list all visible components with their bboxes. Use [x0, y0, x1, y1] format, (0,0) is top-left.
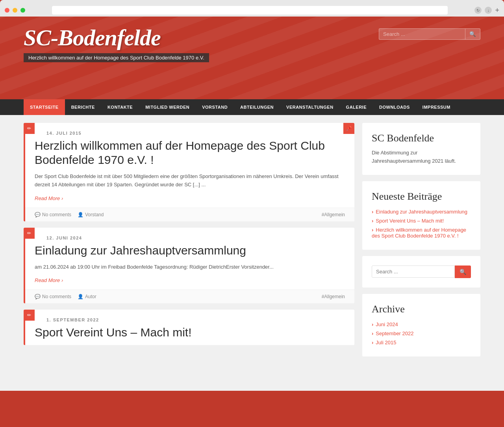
nav-link-downloads[interactable]: DOWNLOADS [373, 99, 416, 115]
site-subtitle: Herzlich willkommen auf der Homepage des… [24, 53, 209, 62]
post-title-1: Einladung zur Jahreshauptversammlung [35, 243, 345, 258]
post-author-link-1[interactable]: Autor [85, 294, 96, 299]
widget-content-0: Die Abstimmung zur Jahreshauptversammlun… [372, 149, 471, 165]
recent-post-item-1: Sport Vereint Uns – Mach mit! [372, 216, 471, 225]
archive-list: Juni 2024September 2022Juli 2015 [372, 320, 471, 347]
post-edit-button-0[interactable]: ✏ [24, 123, 35, 134]
browser-chrome: ↻ ↓ + [0, 0, 504, 17]
archive-link-0[interactable]: Juni 2024 [376, 321, 398, 327]
sidebar-widget-text-0: SC Bodenfelde Die Abstimmung zur Jahresh… [362, 123, 480, 175]
post-category-0: #Allgemein [322, 212, 345, 217]
archive-link-1[interactable]: September 2022 [376, 330, 413, 336]
nav-item-downloads: DOWNLOADS [373, 99, 416, 115]
post-card-0: ✏ 📌 14. JULI 2015 Herzlich willkommen au… [24, 123, 354, 221]
post-card-1: ✏ 12. JUNI 2024 Einladung zur Jahreshaup… [24, 228, 354, 304]
post-card-2: ✏ 1. SEPTEMBER 2022 Sport Vereint Uns – … [24, 310, 354, 345]
widget-title-3: Archive [372, 303, 471, 315]
nav-item-abteilungen: ABTEILUNGEN [234, 99, 280, 115]
browser-close-dot[interactable] [5, 8, 9, 13]
post-author-link-0[interactable]: Vorstand [85, 212, 104, 217]
recent-post-link-2[interactable]: Herzlich willkommen auf der Homepage des… [372, 227, 466, 239]
sidebar-search-area: 🔍 [372, 265, 471, 278]
nav-item-startseite: STARTSEITE [24, 99, 65, 115]
post-title-2: Sport Vereint Uns – Mach mit! [35, 325, 345, 340]
recent-posts-list: Einladung zur JahreshauptversammlungSpor… [372, 207, 471, 240]
content-area: ✏ 📌 14. JULI 2015 Herzlich willkommen au… [24, 123, 354, 383]
read-more-link-1[interactable]: Read More › [35, 277, 63, 283]
header-search-button[interactable]: 🔍 [465, 28, 480, 40]
sidebar-search-input[interactable] [372, 265, 455, 278]
sidebar-search-button[interactable]: 🔍 [455, 265, 471, 278]
post-author-1: 👤 Autor [78, 294, 96, 299]
post-comments-link-1[interactable]: No comments [42, 294, 71, 299]
post-edit-button-2[interactable]: ✏ [24, 310, 35, 321]
recent-post-link-1[interactable]: Sport Vereint Uns – Mach mit! [376, 218, 444, 224]
post-pin-button-0[interactable]: 📌 [343, 123, 354, 134]
nav-link-kontakte[interactable]: KONTAKTE [101, 99, 139, 115]
post-date-1: 12. JUNI 2024 [35, 236, 345, 240]
post-comments-1: 💬 No comments [35, 294, 71, 299]
post-meta-left-0: 💬 No comments 👤 Vorstand [35, 212, 104, 217]
archive-item-0: Juni 2024 [372, 320, 471, 329]
nav-link-startseite[interactable]: STARTSEITE [24, 99, 65, 115]
post-comments-0: 💬 No comments [35, 212, 71, 217]
browser-add-tab-icon[interactable]: + [495, 6, 499, 15]
main-container: ✏ 📌 14. JULI 2015 Herzlich willkommen au… [0, 115, 504, 391]
browser-minimize-dot[interactable] [13, 8, 17, 13]
browser-addressbar[interactable] [52, 6, 448, 15]
recent-post-link-0[interactable]: Einladung zur Jahreshauptversammlung [376, 209, 467, 215]
browser-download-icon[interactable]: ↓ [485, 7, 492, 14]
post-footer-0: 💬 No comments 👤 Vorstand #Allgemein [25, 208, 354, 221]
nav-link-impressum[interactable]: IMPRESSUM [416, 99, 457, 115]
nav-link-veranstaltungen[interactable]: VERANSTALTUNGEN [280, 99, 340, 115]
nav-link-galerie[interactable]: GALERIE [340, 99, 373, 115]
nav-link-abteilungen[interactable]: ABTEILUNGEN [234, 99, 280, 115]
nav-item-galerie: GALERIE [340, 99, 373, 115]
main-nav: STARTSEITEBERICHTEKONTAKTEMITGLIED WERDE… [0, 99, 504, 115]
post-date-2: 1. SEPTEMBER 2022 [35, 317, 345, 322]
archive-link-2[interactable]: Juli 2015 [376, 340, 396, 345]
nav-link-vorstand[interactable]: VORSTAND [196, 99, 234, 115]
sidebar-widget-recent-1: Neueste Beiträge Einladung zur Jahreshau… [362, 181, 480, 250]
post-footer-1: 💬 No comments 👤 Autor #Allgemein [25, 290, 354, 303]
header-search-input[interactable] [379, 28, 465, 40]
post-author-0: 👤 Vorstand [78, 212, 104, 217]
sidebar-widget-archive-3: Archive Juni 2024September 2022Juli 2015 [362, 294, 480, 356]
nav-link-berichte[interactable]: BERICHTE [65, 99, 101, 115]
post-meta-left-1: 💬 No comments 👤 Autor [35, 294, 96, 299]
nav-item-impressum: IMPRESSUM [416, 99, 457, 115]
browser-maximize-dot[interactable] [20, 8, 25, 13]
header-search-area: 🔍 [379, 28, 480, 40]
nav-link-mitglied-werden[interactable]: MITGLIED WERDEN [139, 99, 196, 115]
nav-item-berichte: BERICHTE [65, 99, 101, 115]
archive-item-2: Juli 2015 [372, 338, 471, 347]
post-title-0: Herzlich willkommen auf der Homepage des… [35, 139, 345, 167]
post-category-link-1[interactable]: #Allgemein [322, 294, 345, 299]
sidebar: SC Bodenfelde Die Abstimmung zur Jahresh… [362, 123, 480, 383]
post-excerpt-1: am 21.06.2024 ab 19:00 Uhr im Freibad Bo… [35, 263, 345, 271]
post-date-0: 14. JULI 2015 [35, 131, 345, 136]
post-edit-button-1[interactable]: ✏ [24, 228, 35, 239]
post-excerpt-0: Der Sport Club Bodenfelde ist mit über 5… [35, 173, 345, 189]
site-header: SC-Bodenfelde Herzlich willkommen auf de… [0, 17, 504, 99]
sidebar-widget-search-2: 🔍 [362, 256, 480, 288]
post-comments-link-0[interactable]: No comments [42, 212, 71, 217]
nav-item-mitglied-werden: MITGLIED WERDEN [139, 99, 196, 115]
nav-item-vorstand: VORSTAND [196, 99, 234, 115]
post-category-link-0[interactable]: #Allgemein [322, 212, 345, 217]
post-category-1: #Allgemein [322, 294, 345, 299]
widget-title-0: SC Bodenfelde [372, 132, 471, 144]
read-more-link-0[interactable]: Read More › [35, 195, 63, 201]
nav-item-kontakte: KONTAKTE [101, 99, 139, 115]
widget-title-1: Neueste Beiträge [372, 191, 471, 202]
archive-item-1: September 2022 [372, 329, 471, 338]
browser-refresh-icon[interactable]: ↻ [474, 7, 482, 14]
recent-post-item-0: Einladung zur Jahreshauptversammlung [372, 207, 471, 216]
nav-item-veranstaltungen: VERANSTALTUNGEN [280, 99, 340, 115]
recent-post-item-2: Herzlich willkommen auf der Homepage des… [372, 225, 471, 240]
